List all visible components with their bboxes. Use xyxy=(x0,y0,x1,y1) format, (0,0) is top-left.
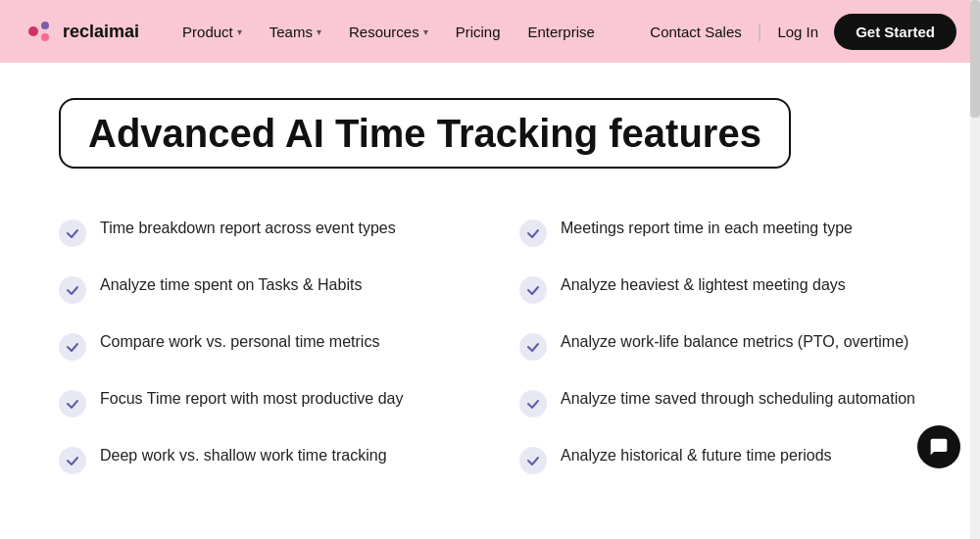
scrollbar[interactable] xyxy=(970,0,980,539)
page-title: Advanced AI Time Tracking features xyxy=(88,112,761,155)
feature-text: Analyze work-life balance metrics (PTO, … xyxy=(561,331,908,353)
list-item: Focus Time report with most productive d… xyxy=(59,374,461,431)
check-icon xyxy=(59,447,86,474)
check-icon xyxy=(59,390,86,417)
nav-divider: | xyxy=(758,22,762,42)
feature-text: Compare work vs. personal time metrics xyxy=(100,331,379,353)
list-item: Analyze time saved through scheduling au… xyxy=(519,374,921,431)
nav-item-pricing[interactable]: Pricing xyxy=(444,16,513,48)
list-item: Analyze time spent on Tasks & Habits xyxy=(59,261,461,318)
features-grid: Time breakdown report across event types… xyxy=(59,204,921,488)
contact-sales-link[interactable]: Contact Sales xyxy=(650,24,741,40)
log-in-link[interactable]: Log In xyxy=(777,24,818,40)
feature-text: Analyze time spent on Tasks & Habits xyxy=(100,274,362,296)
logo[interactable]: reclaimai xyxy=(24,16,139,47)
list-item: Deep work vs. shallow work time tracking xyxy=(59,431,461,488)
main-content: Advanced AI Time Tracking features Time … xyxy=(0,63,980,488)
feature-text: Focus Time report with most productive d… xyxy=(100,388,403,410)
scrollbar-thumb[interactable] xyxy=(970,0,980,118)
feature-text: Time breakdown report across event types xyxy=(100,218,396,239)
check-icon xyxy=(519,447,547,474)
list-item: Time breakdown report across event types xyxy=(59,204,461,261)
feature-text: Meetings report time in each meeting typ… xyxy=(561,218,853,239)
nav-item-teams[interactable]: Teams ▾ xyxy=(258,16,333,48)
chevron-down-icon: ▾ xyxy=(237,26,242,37)
chat-button[interactable] xyxy=(917,425,960,468)
check-icon xyxy=(519,333,547,361)
chevron-down-icon: ▾ xyxy=(317,26,321,37)
svg-point-2 xyxy=(41,33,49,41)
nav-right: Contact Sales | Log In Get Started xyxy=(650,14,956,50)
logo-icon xyxy=(24,16,55,47)
list-item: Analyze work-life balance metrics (PTO, … xyxy=(519,318,921,374)
list-item: Compare work vs. personal time metrics xyxy=(59,318,461,374)
check-icon xyxy=(59,220,86,247)
feature-text: Deep work vs. shallow work time tracking xyxy=(100,445,387,466)
svg-point-0 xyxy=(28,26,38,36)
nav-item-resources[interactable]: Resources ▾ xyxy=(337,16,440,48)
features-right: Meetings report time in each meeting typ… xyxy=(519,204,921,488)
feature-text: Analyze time saved through scheduling au… xyxy=(561,388,915,410)
nav-links: Product ▾ Teams ▾ Resources ▾ Pricing En… xyxy=(171,16,650,48)
check-icon xyxy=(519,276,547,304)
page-title-wrapper: Advanced AI Time Tracking features xyxy=(59,98,791,169)
feature-text: Analyze heaviest & lightest meeting days xyxy=(561,274,846,296)
list-item: Analyze heaviest & lightest meeting days xyxy=(519,261,921,318)
logo-text: reclaimai xyxy=(63,22,139,42)
features-left: Time breakdown report across event types… xyxy=(59,204,461,488)
feature-text: Analyze historical & future time periods xyxy=(561,445,832,466)
get-started-button[interactable]: Get Started xyxy=(834,14,956,50)
nav-item-product[interactable]: Product ▾ xyxy=(171,16,254,48)
chevron-down-icon: ▾ xyxy=(423,26,428,37)
list-item: Analyze historical & future time periods xyxy=(519,431,921,488)
check-icon xyxy=(519,390,547,417)
nav-item-enterprise[interactable]: Enterprise xyxy=(516,16,607,48)
navbar: reclaimai Product ▾ Teams ▾ Resources ▾ … xyxy=(0,0,980,63)
list-item: Meetings report time in each meeting typ… xyxy=(519,204,921,261)
check-icon xyxy=(59,276,86,304)
svg-point-1 xyxy=(41,22,49,29)
check-icon xyxy=(519,220,547,247)
check-icon xyxy=(59,333,86,361)
